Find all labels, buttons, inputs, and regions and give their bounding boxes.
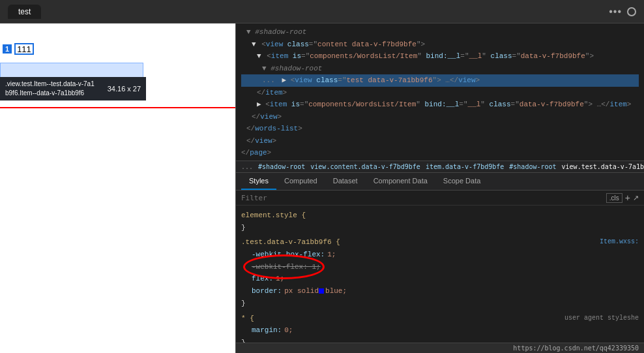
style-source[interactable]: Item.wxss:	[600, 236, 639, 249]
tab-bar: test	[8, 5, 41, 19]
devtools-panel: ▼ #shadow-root ▼ <view class="content da…	[236, 23, 644, 353]
cls-button[interactable]: .cls	[606, 193, 622, 203]
tab-label: test	[18, 7, 31, 16]
val-webkit-box-flex: 1;	[327, 249, 336, 261]
tab-scope-data[interactable]: Scope Data	[435, 173, 488, 190]
breadcrumb-view-test[interactable]: view.test.data-v-7a1bb9f6	[562, 163, 644, 170]
dom-line: ▼ <view class="content data-v-f7bd9bfe">	[241, 38, 639, 51]
dom-line: </item>	[241, 87, 639, 99]
browser-viewport: 1 111 .view.test.Item--test.data-v-7a1 b…	[0, 23, 236, 353]
expand-button[interactable]: ↗	[633, 194, 639, 202]
val-border-color: blue;	[325, 285, 347, 298]
tab-dataset[interactable]: Dataset	[325, 173, 366, 190]
breadcrumb-item-data[interactable]: item.data-v-f7bd9bfe	[426, 163, 504, 170]
val-border: px solid	[284, 285, 319, 298]
breadcrumb-shadow-root2[interactable]: #shadow-root	[509, 163, 556, 170]
element-input[interactable]: 111	[14, 43, 34, 55]
browser-controls: •••	[609, 6, 636, 18]
filter-bar: .cls + ↗	[236, 191, 644, 206]
style-line: -webkit-flex: 1;	[241, 261, 639, 273]
record-button[interactable]	[627, 7, 636, 16]
style-selector: element.style {	[241, 211, 306, 219]
browser-chrome: test •••	[0, 0, 644, 23]
dom-line: </words-list>	[241, 123, 639, 135]
user-agent-source: user agent styleshe	[564, 313, 639, 325]
tooltip-class1: .view.test.Item--test.data-v-7a1	[5, 80, 95, 89]
style-block-star: * { user agent styleshe margin: 0; }	[236, 311, 644, 343]
prop-webkit-flex: -webkit-flex: 1;	[241, 261, 321, 273]
tab-component-data[interactable]: Component Data	[366, 173, 435, 190]
page-url: https://blog.csdn.net/qq42339350	[513, 345, 639, 352]
prop-webkit-box-flex: -webkit-box-flex:	[241, 249, 325, 261]
element-badge: 1	[3, 44, 12, 54]
dom-line: ▼ #shadow-root	[241, 63, 639, 75]
add-style-button[interactable]: +	[625, 192, 630, 203]
url-bar: https://blog.csdn.net/qq42339350	[236, 343, 644, 353]
color-swatch-blue[interactable]	[319, 288, 324, 294]
tooltip-classes: .view.test.Item--test.data-v-7a1 b9f6.It…	[5, 80, 95, 98]
breadcrumb-view-content[interactable]: view.content.data-v-f7bd9bfe	[310, 163, 420, 170]
star-selector: * {	[241, 313, 254, 325]
tab-computed[interactable]: Computed	[276, 173, 325, 190]
styles-panel[interactable]: element.style { } .test.data-v-7a1bb9f6 …	[236, 206, 644, 343]
test-selector: .test.data-v-7a1bb9f6 {	[241, 236, 340, 249]
dom-line: ▼ #shadow-root	[241, 26, 639, 38]
style-line: border: px solid blue;	[241, 285, 639, 298]
red-separator	[0, 107, 235, 108]
dom-tree[interactable]: ▼ #shadow-root ▼ <view class="content da…	[236, 23, 644, 161]
dom-line: </view>	[241, 135, 639, 147]
val-flex: 1;	[276, 273, 284, 285]
prop-margin: margin:	[241, 324, 282, 337]
tooltip-size: 34.16 x 27	[108, 85, 141, 93]
breadcrumb-bar: ... #shadow-root view.content.data-v-f7b…	[236, 161, 644, 173]
filter-input[interactable]	[241, 194, 337, 202]
tab-styles[interactable]: Styles	[241, 173, 276, 190]
dom-line-selected[interactable]: ... ▶ <view class="test data-v-7a1bb9f6"…	[241, 74, 639, 87]
tooltip-class2: b9f6.Item--data-v-7a1bb9f6	[5, 89, 95, 98]
style-line: -webkit-box-flex: 1;	[241, 249, 639, 261]
element-tooltip: .view.test.Item--test.data-v-7a1 b9f6.It…	[0, 77, 146, 100]
style-block-element: element.style { }	[236, 208, 644, 235]
tabs-row: Styles Computed Dataset Component Data S…	[236, 173, 644, 191]
element-input-area: 1 111	[0, 42, 37, 56]
prop-flex: flex:	[241, 273, 273, 285]
breadcrumb-shadow-root1[interactable]: #shadow-root	[258, 163, 305, 170]
dot-menu[interactable]: •••	[609, 6, 622, 18]
val-margin: 0;	[284, 324, 293, 337]
dom-line: </page>	[241, 147, 639, 159]
style-line: flex: 1;	[241, 273, 639, 285]
dom-line: ▶ <item is="components/WordsList/Item" b…	[241, 99, 639, 111]
dom-line: </view>	[241, 111, 639, 123]
style-line: margin: 0;	[241, 324, 639, 337]
prop-border: border:	[241, 285, 282, 298]
style-block-test: .test.data-v-7a1bb9f6 { Item.wxss: -webk…	[236, 235, 644, 311]
active-tab[interactable]: test	[8, 5, 41, 19]
breadcrumb-dots: ...	[241, 163, 253, 170]
dom-line: ▼ <item is="components/WordsList/Item" b…	[241, 50, 639, 63]
main-content: 1 111 .view.test.Item--test.data-v-7a1 b…	[0, 23, 644, 353]
